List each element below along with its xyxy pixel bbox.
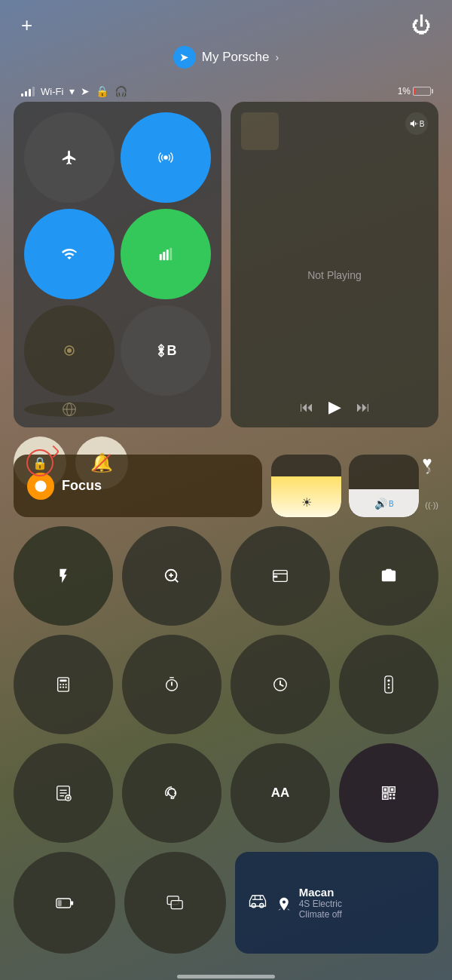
- wifi-label: Wi-Fi: [41, 86, 63, 97]
- svg-rect-55: [57, 899, 61, 906]
- text-aa-button[interactable]: AA: [231, 743, 330, 843]
- power-button[interactable]: ⏻: [411, 14, 431, 37]
- headphone-icon: 🎧: [115, 85, 127, 97]
- svg-point-22: [66, 684, 67, 685]
- bottom-widgets: Macan 4S Electric Climate off: [14, 852, 438, 954]
- svg-point-0: [163, 155, 168, 160]
- focus-sliders-row: Focus ☀ 🔊 B ♪ ((·)): [14, 455, 438, 517]
- hearing-button[interactable]: [122, 743, 221, 843]
- svg-line-31: [280, 684, 283, 686]
- play-button[interactable]: ▶: [328, 397, 341, 417]
- svg-rect-46: [391, 789, 394, 792]
- home-indicator: [0, 969, 452, 980]
- battery-widget-button[interactable]: [14, 852, 115, 954]
- svg-rect-19: [60, 680, 66, 682]
- wifi-icon: ▾: [69, 85, 75, 97]
- status-bar: Wi-Fi ▾ ➤ 🔒 🎧 1%: [0, 81, 452, 102]
- volume-icon-group: 🔊 B: [374, 498, 394, 510]
- media-sound-button[interactable]: B: [405, 112, 428, 135]
- svg-rect-44: [384, 789, 387, 792]
- wifi-button[interactable]: [24, 209, 115, 299]
- screen-record-button[interactable]: [24, 305, 115, 396]
- airplane-mode-button[interactable]: [24, 112, 115, 203]
- carplay-icon: [247, 890, 292, 916]
- camera-button[interactable]: [339, 526, 438, 626]
- app-header: ➤ My Porsche ›: [0, 43, 452, 81]
- svg-point-58: [252, 903, 255, 907]
- app-title[interactable]: My Porsche: [202, 50, 270, 65]
- rewind-button[interactable]: ⏮: [300, 400, 313, 415]
- svg-point-10: [417, 123, 417, 124]
- not-playing-label: Not Playing: [241, 269, 428, 281]
- tiles-row-1: B B Not Playing ⏮ ▶ ⏭: [14, 102, 438, 427]
- carplay-car-model: 4S Electric: [299, 899, 342, 909]
- music-note-icon: ♪: [425, 462, 438, 478]
- svg-point-25: [66, 687, 67, 688]
- airdrop-button[interactable]: [121, 112, 211, 203]
- svg-rect-3: [166, 250, 169, 260]
- svg-point-24: [63, 687, 64, 688]
- svg-rect-57: [171, 900, 182, 908]
- carplay-car-title: Macan: [299, 886, 342, 899]
- album-art: [241, 112, 279, 150]
- media-controls: ⏮ ▶ ⏭: [241, 397, 428, 417]
- svg-rect-54: [70, 901, 72, 905]
- top-bar: + ⏻: [0, 0, 452, 43]
- svg-rect-2: [163, 252, 165, 260]
- battery-icon: [413, 87, 431, 96]
- flashlight-button[interactable]: [14, 526, 113, 626]
- brightness-icon: ☀: [301, 495, 312, 510]
- svg-rect-1: [160, 254, 162, 260]
- svg-rect-4: [170, 248, 172, 261]
- volume-slider[interactable]: 🔊 B: [349, 455, 419, 517]
- fast-forward-button[interactable]: ⏭: [356, 400, 370, 415]
- carplay-climate: Climate off: [299, 909, 342, 920]
- sliders-pair: ☀ 🔊 B: [271, 455, 419, 517]
- qr-code-button[interactable]: [339, 743, 438, 843]
- svg-rect-49: [389, 794, 392, 796]
- text-aa-label: AA: [271, 786, 290, 801]
- bluetooth-button[interactable]: B: [121, 305, 211, 396]
- radio-waves-icon: ((·)): [425, 501, 438, 510]
- carplay-widget[interactable]: Macan 4S Electric Climate off: [235, 852, 438, 954]
- chevron-icon: ›: [276, 51, 279, 63]
- media-top: B: [241, 112, 428, 150]
- icons-grid-2: [14, 635, 438, 734]
- carplay-text: Macan 4S Electric Climate off: [299, 886, 342, 920]
- cellular-button[interactable]: [121, 209, 211, 299]
- svg-rect-51: [389, 798, 392, 800]
- globe-button[interactable]: [24, 402, 115, 417]
- battery-percent: 1%: [398, 86, 411, 96]
- lock-icon: 🔒: [96, 85, 108, 97]
- wallet-button[interactable]: [231, 526, 330, 626]
- svg-point-21: [63, 684, 64, 685]
- screen-mirror-button[interactable]: [124, 852, 226, 954]
- brightness-slider[interactable]: ☀: [271, 455, 341, 517]
- app-icon: ➤: [173, 46, 196, 69]
- focus-label: Focus: [62, 478, 102, 494]
- svg-point-6: [67, 348, 72, 353]
- side-icons: ♪ ((·)): [425, 455, 438, 517]
- svg-rect-50: [393, 794, 396, 796]
- notes-button[interactable]: [14, 743, 113, 843]
- icons-grid-3: AA: [14, 743, 438, 843]
- svg-point-35: [388, 687, 390, 689]
- svg-rect-48: [384, 795, 387, 798]
- svg-rect-52: [393, 798, 396, 800]
- svg-point-23: [60, 687, 61, 688]
- home-bar: [177, 975, 275, 978]
- clock-button[interactable]: [231, 635, 330, 734]
- svg-point-33: [387, 679, 389, 681]
- location-icon: ➤: [81, 85, 90, 97]
- svg-point-59: [260, 903, 264, 907]
- media-tile: B Not Playing ⏮ ▶ ⏭: [231, 102, 438, 427]
- signal-icon: [21, 86, 35, 96]
- text-size-button[interactable]: [122, 526, 221, 626]
- remote-button[interactable]: [339, 635, 438, 734]
- calculator-button[interactable]: [14, 635, 113, 734]
- icons-grid-1: [14, 526, 438, 626]
- add-button[interactable]: +: [21, 14, 32, 37]
- control-center: B B Not Playing ⏮ ▶ ⏭: [0, 102, 452, 954]
- timer-button[interactable]: [122, 635, 221, 734]
- svg-line-12: [175, 579, 178, 582]
